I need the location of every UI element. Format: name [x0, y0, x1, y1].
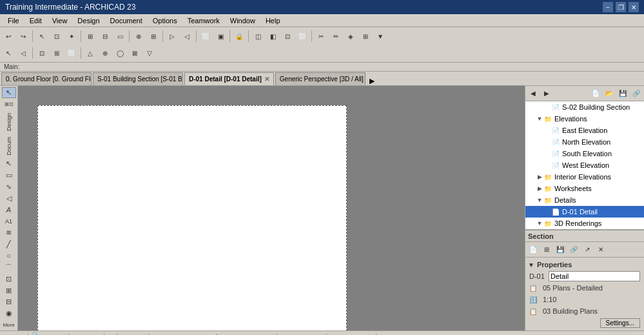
tree-item-interior[interactable]: ▶ 📁 Interior Elevations: [525, 171, 644, 183]
nav-new-btn[interactable]: 📄: [589, 87, 602, 100]
view3-btn2[interactable]: ◧: [266, 29, 280, 43]
input-btn2[interactable]: ◁: [180, 29, 194, 43]
redo-btn[interactable]: ↪: [16, 29, 30, 43]
text-tool[interactable]: A: [2, 205, 16, 216]
more-tools[interactable]: More: [2, 320, 16, 330]
menu-help[interactable]: Help: [260, 15, 286, 26]
menu-options[interactable]: Options: [148, 15, 182, 26]
settings-button[interactable]: Settings...: [600, 318, 640, 328]
tb2-btn10[interactable]: ▽: [142, 46, 157, 60]
zoom-arrow-btn[interactable]: ▶: [90, 333, 101, 336]
view3-btn3[interactable]: ⊡: [280, 29, 295, 43]
edit-btn5[interactable]: ▼: [373, 29, 387, 43]
menu-file[interactable]: File: [3, 15, 24, 26]
view-btn2[interactable]: ⊟: [98, 29, 112, 43]
tree-item-details[interactable]: ▼ 📁 Details: [525, 194, 644, 206]
detail-tool[interactable]: ⊞: [2, 285, 16, 296]
navb-add-btn[interactable]: ⊞: [540, 243, 553, 256]
curve-tool[interactable]: ∿: [2, 181, 16, 192]
lock-btn[interactable]: 🔒: [232, 29, 246, 43]
menu-design[interactable]: Design: [72, 15, 104, 26]
nav-save-btn[interactable]: 💾: [616, 87, 629, 100]
tab-generic-perspective[interactable]: Generic Perspective [3D / All]: [275, 72, 366, 85]
tab-building-section[interactable]: S-01 Building Section [S-01 Building Se.…: [93, 72, 183, 85]
arc-tool[interactable]: ⌒: [2, 262, 16, 273]
circle-tool[interactable]: ○: [2, 250, 16, 261]
tree-item-elevations[interactable]: ▼ 📁 Elevations: [525, 113, 644, 125]
zoom-out-btn[interactable]: 🔍−: [32, 333, 42, 336]
arrow-tool-btn[interactable]: ↖: [35, 29, 49, 43]
menu-edit[interactable]: Edit: [24, 15, 47, 26]
input-btn1[interactable]: ▷: [165, 29, 179, 43]
wall-tool[interactable]: ▭: [2, 170, 16, 181]
nav-open-btn[interactable]: 📂: [603, 87, 616, 100]
dim-tool[interactable]: ⊡: [2, 274, 16, 285]
minimize-btn[interactable]: −: [603, 2, 613, 12]
navb-settings-btn[interactable]: 💾: [554, 243, 567, 256]
camera-tool[interactable]: ◉: [2, 308, 16, 319]
override-arrow-btn[interactable]: ▶: [419, 333, 429, 336]
zoom-in-btn[interactable]: 🔍: [55, 333, 65, 336]
tab-ground-floor[interactable]: 0. Ground Floor [0. Ground Floor]: [1, 72, 92, 85]
view-2d-tool[interactable]: ⊞⊡: [2, 99, 16, 110]
tb2-btn8[interactable]: ◯: [113, 46, 127, 60]
tb2-btn2[interactable]: ◁: [16, 46, 30, 60]
undo-btn[interactable]: ↩: [1, 29, 15, 43]
tab-scroll-right[interactable]: ▶: [369, 77, 375, 85]
redo-status-btn[interactable]: ↪: [14, 333, 24, 336]
navb-link-btn[interactable]: 🔗: [567, 243, 580, 256]
tb2-btn1[interactable]: ↖: [1, 46, 15, 60]
magic-wand-btn[interactable]: ✦: [64, 29, 79, 43]
tb2-btn5[interactable]: ⬜: [64, 46, 79, 60]
view-btn3[interactable]: ▭: [113, 29, 127, 43]
scale-arrow-btn[interactable]: ▶: [135, 333, 145, 336]
tree-item-d01[interactable]: 📄 D-01 Detail: [525, 206, 644, 218]
label-tool[interactable]: A1: [2, 216, 16, 227]
nav-link-btn[interactable]: 🔗: [630, 87, 643, 100]
navb-close-btn[interactable]: ✕: [594, 243, 607, 256]
tree-item-east[interactable]: 📄 East Elevation: [525, 125, 644, 136]
tree-item-west[interactable]: 📄 West Elevation: [525, 159, 644, 171]
menu-teamwork[interactable]: Teamwork: [182, 15, 225, 26]
navb-export-btn[interactable]: ↗: [581, 243, 594, 256]
tree-item-worksheets[interactable]: ▶ 📁 Worksheets: [525, 183, 644, 194]
edit-btn4[interactable]: ⊞: [358, 29, 373, 43]
tb2-btn6[interactable]: △: [83, 46, 97, 60]
view3-btn4[interactable]: ⬜: [295, 29, 309, 43]
tab-close-detail[interactable]: ✕: [264, 76, 269, 83]
layer-arrow-btn[interactable]: ▶: [203, 333, 213, 336]
snap-btn[interactable]: ⊕: [132, 29, 146, 43]
edit-btn1[interactable]: ✂: [314, 29, 328, 43]
edit-btn3[interactable]: ◈: [344, 29, 358, 43]
tb2-btn4[interactable]: ⊞: [50, 46, 64, 60]
marquee-btn[interactable]: ⊡: [50, 29, 64, 43]
pointer-tool[interactable]: ↖: [2, 158, 16, 169]
menu-window[interactable]: Window: [225, 15, 260, 26]
arrow-select-tool[interactable]: ↖: [2, 87, 16, 98]
tb2-btn3[interactable]: ⊡: [35, 46, 49, 60]
nav-back-btn[interactable]: ◀: [527, 87, 540, 100]
menu-document[interactable]: Document: [105, 15, 148, 26]
maximize-btn[interactable]: ❐: [616, 2, 626, 12]
tab-d01-detail[interactable]: D-01 Detail [D-01 Detail] ✕: [184, 72, 274, 85]
close-btn[interactable]: ✕: [629, 2, 639, 12]
grid-btn[interactable]: ⊞: [146, 29, 161, 43]
tb2-btn9[interactable]: ⊠: [128, 46, 142, 60]
view3-btn1[interactable]: ◫: [251, 29, 265, 43]
floor-btn[interactable]: ⬜: [199, 29, 213, 43]
view-btn1[interactable]: ⊞: [83, 29, 97, 43]
zoom-fit-btn[interactable]: ○: [43, 333, 54, 336]
tree-item-s02[interactable]: 📄 S-02 Building Section: [525, 101, 644, 113]
line-tool[interactable]: ╱: [2, 239, 16, 250]
tree-item-north[interactable]: 📄 North Elevation: [525, 136, 644, 148]
nav-forward-btn[interactable]: ▶: [540, 87, 553, 100]
tree-item-3d-renderings[interactable]: ▼ 📁 3D Renderings: [525, 218, 644, 229]
edit-btn2[interactable]: ✏: [329, 29, 343, 43]
ceiling-btn[interactable]: ▣: [213, 29, 228, 43]
fill-tool[interactable]: ◁: [2, 193, 16, 204]
hatch-tool[interactable]: ≋: [2, 227, 16, 238]
undo-status-btn[interactable]: ↩: [3, 333, 13, 336]
section-tool[interactable]: ⊟: [2, 297, 16, 308]
tree-item-south[interactable]: 📄 South Elevation: [525, 148, 644, 159]
navb-new-btn[interactable]: 📄: [527, 243, 540, 256]
